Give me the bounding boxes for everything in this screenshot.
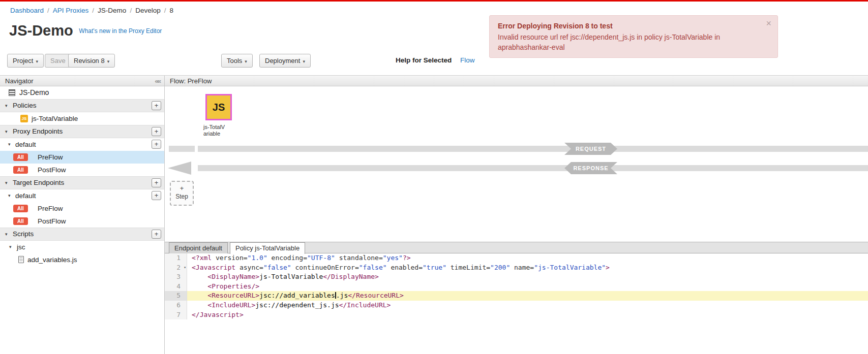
tools-button[interactable]: Tools▾ — [221, 54, 253, 68]
code-token — [446, 264, 451, 271]
navigator-section-scripts[interactable]: ▾Scripts+ — [0, 228, 164, 241]
code-token: js-TotalVariable — [259, 273, 323, 280]
code-token: <DisplayName> — [207, 273, 259, 280]
code-line-4[interactable]: 4 <Properties/> — [165, 282, 868, 292]
navigator-flow-preflow[interactable]: AllPreFlow — [0, 202, 164, 215]
navigator-folder-jsc[interactable]: ▾jsc — [0, 241, 164, 253]
js-policy-node[interactable]: JS — [205, 94, 232, 120]
request-flow-stub — [169, 146, 195, 152]
project-button[interactable]: Project▾ — [7, 54, 44, 68]
add-button[interactable]: + — [152, 101, 161, 110]
code-token: "UTF-8" — [307, 254, 335, 262]
code-line-6[interactable]: 6 <IncludeURL>jsc://dependent_js.js</Inc… — [165, 301, 868, 310]
add-button[interactable]: + — [152, 140, 161, 149]
code-token: jsc://dependent_js.js — [255, 301, 339, 309]
chevron-down-icon: ▾ — [5, 228, 8, 240]
response-flow-line — [198, 165, 868, 171]
code-token — [267, 254, 272, 262]
page-title: JS-Demo — [9, 22, 73, 39]
js-policy-icon: JS — [20, 115, 28, 122]
navigator-file-add-variables-js[interactable]: add_variables.js — [0, 253, 164, 266]
code-line-7[interactable]: 7</Javascript> — [165, 310, 868, 320]
navigator-section-proxy-endpoints[interactable]: ▾Proxy Endpoints+ — [0, 125, 164, 138]
code-token: > — [606, 264, 610, 271]
navigator-item-label: PreFlow — [38, 151, 63, 164]
code-line-content: </Javascript> — [187, 310, 868, 320]
navigator-endpoint-default[interactable]: ▾default+ — [0, 138, 164, 151]
line-number: 7 — [165, 310, 187, 320]
code-token: = — [259, 264, 263, 271]
code-token: = — [379, 254, 383, 262]
save-button[interactable]: Save — [45, 54, 71, 68]
tab-endpoint-default[interactable]: Endpoint default — [169, 242, 228, 253]
add-button[interactable]: + — [152, 178, 161, 187]
navigator-section-policies[interactable]: ▾Policies+ — [0, 99, 164, 112]
js-policy-label-line2: ariable — [203, 131, 235, 137]
code-token: name — [514, 264, 530, 271]
add-step-button-label: Step — [171, 193, 193, 200]
navigator-item-label: js-TotalVariable — [32, 112, 78, 125]
breadcrumb-dashboard[interactable]: Dashboard — [10, 7, 44, 14]
breadcrumb-api-proxies[interactable]: API Proxies — [53, 7, 89, 14]
navigator-item-label: add_variables.js — [27, 253, 77, 266]
add-button[interactable]: + — [152, 230, 161, 239]
code-token — [192, 273, 207, 280]
navigator-item-label: Scripts — [13, 228, 34, 240]
chevron-down-icon: ▾ — [303, 59, 305, 64]
navigator-item-label: jsc — [17, 241, 25, 253]
close-icon[interactable]: × — [766, 18, 771, 28]
error-banner-message: Invalid resource url ref jsc://dependent… — [498, 32, 757, 52]
add-button[interactable]: + — [152, 127, 161, 136]
code-token: </ResourceURL> — [348, 292, 404, 299]
code-token: standalone — [339, 254, 379, 262]
code-token: </DisplayName> — [323, 273, 379, 280]
deployment-button[interactable]: Deployment▾ — [259, 54, 311, 68]
code-token — [192, 292, 207, 299]
chevron-down-icon: ▾ — [5, 100, 8, 112]
navigator-flow-preflow[interactable]: AllPreFlow — [0, 151, 164, 164]
navigator-section-target-endpoints[interactable]: ▾Target Endpoints+ — [0, 176, 164, 189]
flow-condition-badge: All — [13, 217, 28, 225]
chevron-down-icon: ▾ — [5, 125, 8, 138]
tab-policy-js-totalvariable[interactable]: Policy js-TotalVariable — [230, 242, 305, 254]
revision-button[interactable]: Revision 8▾ — [68, 54, 115, 68]
breadcrumb-separator: / — [47, 7, 49, 14]
code-line-5[interactable]: 5 <ResourceURL>jsc://add_variables.js</R… — [165, 291, 868, 301]
add-button[interactable]: + — [152, 191, 161, 200]
code-line-content: <ResourceURL>jsc://add_variables.js</Res… — [187, 291, 868, 301]
navigator-policy-js-totalvariable[interactable]: JSjs-TotalVariable — [0, 112, 164, 125]
flow-link[interactable]: Flow — [460, 56, 475, 64]
line-number: 2▾ — [165, 263, 187, 273]
code-token: timeLimit — [451, 264, 486, 271]
code-token: </Javascript> — [192, 311, 244, 318]
whats-new-link[interactable]: What's new in the Proxy Editor — [79, 27, 162, 35]
code-line-1[interactable]: 1<?xml version="1.0" encoding="UTF-8" st… — [165, 253, 868, 263]
code-area[interactable]: 1<?xml version="1.0" encoding="UTF-8" st… — [165, 253, 868, 354]
code-line-3[interactable]: 3 <DisplayName>js-TotalVariable</Display… — [165, 272, 868, 282]
code-token: = — [418, 264, 423, 271]
help-for-selected-label: Help for Selected — [396, 56, 452, 64]
navigator-item-label: PostFlow — [38, 164, 66, 176]
code-token: enabled — [391, 264, 418, 271]
collapse-sidebar-icon[interactable]: «« — [155, 76, 160, 86]
navigator-flow-postflow[interactable]: AllPostFlow — [0, 215, 164, 228]
navigator-item-label: PreFlow — [38, 202, 63, 215]
editor-tab-bar: Endpoint defaultPolicy js-TotalVariable — [165, 242, 868, 253]
navigator-endpoint-default[interactable]: ▾default+ — [0, 189, 164, 202]
js-policy-label-line1: js-TotalV — [203, 124, 235, 131]
code-token: = — [486, 264, 490, 271]
code-line-content: <IncludeURL>jsc://dependent_js.js</Inclu… — [187, 301, 868, 310]
response-arrow: RESPONSE — [564, 162, 617, 174]
code-line-content: <?xml version="1.0" encoding="UTF-8" sta… — [187, 253, 868, 263]
code-line-2[interactable]: 2▾<Javascript async="false" continueOnEr… — [165, 263, 868, 273]
code-token: async — [240, 264, 259, 271]
add-step-button[interactable]: + Step — [170, 181, 194, 206]
revision-button-label: Revision 8 — [74, 57, 105, 65]
code-token: <Javascript — [192, 264, 240, 271]
navigator-item-label: Policies — [13, 100, 37, 112]
fold-icon[interactable]: ▾ — [184, 263, 186, 273]
code-token: .js — [336, 292, 348, 299]
navigator-root-js-demo[interactable]: JS-Demo — [0, 86, 164, 99]
navigator-flow-postflow[interactable]: AllPostFlow — [0, 164, 164, 176]
code-token: ?> — [403, 254, 411, 262]
